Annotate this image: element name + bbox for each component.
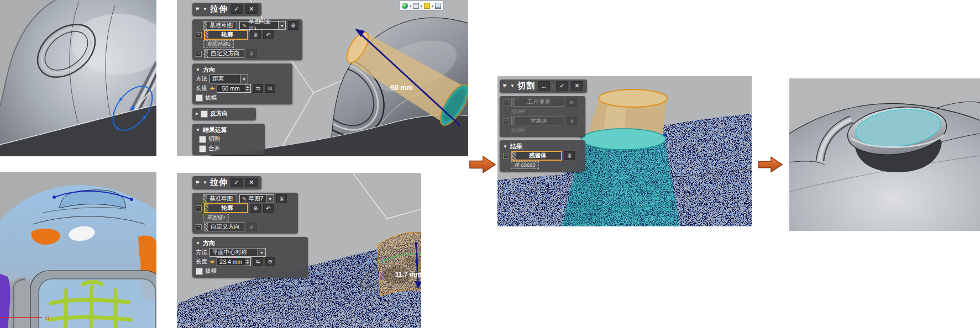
measure-icon[interactable]: ⇆	[253, 257, 263, 266]
expander-icon[interactable]: −	[196, 205, 202, 211]
method-value: 距离	[212, 75, 224, 83]
profile-item-chip[interactable]: 草图环路1	[203, 40, 234, 48]
selector-button[interactable]: ※	[564, 151, 575, 160]
expander-icon[interactable]: −	[196, 32, 202, 38]
residual-item-chip[interactable]: 体 69683	[511, 161, 539, 169]
confirm-button[interactable]: ✓	[230, 178, 243, 187]
selector-button[interactable]: ※	[276, 194, 287, 203]
collapse-icon[interactable]: ▼	[196, 241, 200, 246]
selector-button[interactable]: ※	[288, 21, 298, 30]
caret-icon[interactable]: ▾	[421, 4, 422, 8]
caret-icon[interactable]: ▾	[410, 4, 411, 8]
solid-model-scene[interactable]	[0, 0, 156, 156]
rotate-icon[interactable]: Θ	[265, 84, 275, 93]
base-sketch-button[interactable]: 基准草图	[203, 21, 237, 30]
separator: |	[552, 83, 554, 89]
cancel-button[interactable]: ✕	[245, 178, 258, 187]
selector-button: ※	[247, 49, 257, 58]
collapse-icon[interactable]: ▼	[503, 144, 507, 149]
measure-icon[interactable]: ⇆	[253, 84, 263, 93]
sketch-icon: ✎	[242, 196, 247, 202]
collapse-icon[interactable]: ▼	[196, 67, 200, 72]
pin-icon: ⚑	[195, 179, 201, 186]
custom-direction-button[interactable]: 自定义方向	[204, 223, 244, 231]
cancel-button[interactable]: ✕	[571, 81, 583, 91]
rotate-icon[interactable]: Θ	[265, 257, 275, 266]
expander-icon[interactable]: −	[196, 51, 202, 57]
length-label: 长度	[196, 84, 207, 92]
view-toolbar[interactable]: ▾ ▾ ▾	[399, 1, 444, 10]
panel-header[interactable]: ⚑ ▼ 拉伸 ✓ ✕	[192, 176, 261, 189]
cut-checkbox[interactable]	[199, 136, 206, 143]
selector-button: ※	[567, 98, 577, 107]
collapse-icon[interactable]: ▼	[203, 7, 207, 12]
dropdown-icon[interactable]: ▼	[266, 195, 274, 203]
expand-icon[interactable]: ▶	[196, 112, 198, 116]
collapse-icon[interactable]: ▼	[196, 128, 200, 133]
draft-checkbox[interactable]	[196, 268, 203, 275]
selector-button[interactable]: ※	[250, 204, 261, 213]
dropdown-icon[interactable]: ▼	[258, 248, 265, 256]
viewport-cut[interactable]: ⚑ ▼ 切割 ← | ✓ ✕ − 工具要素 ※ 拉伸4	[497, 76, 752, 226]
length-input[interactable]: 50 mm	[217, 84, 251, 93]
selector-button[interactable]: ※	[250, 30, 261, 39]
viewport-bottom-left[interactable]: U	[0, 172, 156, 328]
confirm-button[interactable]: ✓	[230, 4, 243, 14]
base-sketch-select[interactable]: ✎ 草图6(面片) ▼	[239, 21, 286, 30]
draft-label: 拔模	[205, 94, 217, 102]
length-label: 长度	[196, 258, 207, 266]
length-input[interactable]: 23.4 mm	[217, 257, 251, 266]
custom-direction-button[interactable]: 自定义方向	[204, 49, 244, 58]
cancel-button[interactable]: ✕	[245, 4, 258, 14]
residual-body-button[interactable]: 残留体	[511, 151, 562, 161]
panel-header[interactable]: ⚑ ▼ 切割 ← | ✓ ✕	[500, 80, 587, 93]
final-result-scene[interactable]	[789, 78, 980, 231]
view-display-icon[interactable]	[435, 3, 441, 9]
viewport-extrude-bottom[interactable]: 11.7 mm ⚑ ▼ 拉伸 ✓ ✕ 基准草图 ✎ 草图7 ▼ ※	[177, 173, 421, 328]
direction-section-title: 方向	[203, 239, 215, 247]
method-value: 平面中心对称	[212, 248, 247, 256]
spinner[interactable]	[245, 258, 250, 266]
profile-item-chip[interactable]: 草图链1	[203, 214, 229, 221]
view-orientation-globe-icon[interactable]	[402, 3, 408, 9]
dropdown-icon[interactable]: ▼	[278, 22, 285, 29]
workflow-arrow-icon	[469, 154, 496, 176]
collapse-icon[interactable]: ▼	[203, 180, 207, 185]
view-box-icon[interactable]	[413, 3, 419, 9]
expander-icon: −	[503, 99, 509, 105]
expander-icon[interactable]: −	[196, 224, 202, 230]
result-section-title: 结果运算	[203, 126, 227, 134]
caret-icon[interactable]: ▾	[432, 4, 433, 8]
base-sketch-select[interactable]: ✎ 草图7 ▼	[239, 194, 274, 203]
undo-button[interactable]: ↶	[263, 204, 274, 213]
reverse-checkbox[interactable]	[201, 110, 208, 118]
merge-checkbox[interactable]	[199, 145, 206, 152]
length-value[interactable]: 50 mm	[217, 84, 245, 92]
extrusion-length-annotation: 11.7 mm	[395, 271, 421, 278]
reverse-label: 反方向	[210, 110, 228, 118]
flip-direction-icon[interactable]: ◀▶	[209, 260, 214, 264]
profile-button[interactable]: 轮廓	[204, 30, 248, 40]
pin-icon: ⚑	[195, 6, 201, 13]
length-value[interactable]: 23.4 mm	[217, 258, 245, 266]
undo-button[interactable]: ↶	[263, 30, 274, 39]
base-sketch-button[interactable]: 基准草图	[203, 194, 237, 203]
dropdown-icon[interactable]: ▼	[240, 75, 248, 83]
method-select[interactable]: 距离 ▼	[209, 75, 248, 83]
draft-checkbox[interactable]	[196, 94, 203, 102]
axis-label: U	[45, 315, 50, 321]
confirm-button[interactable]: ✓	[556, 81, 568, 91]
back-button[interactable]: ←	[538, 81, 550, 91]
scan-mesh-scene[interactable]: U	[0, 172, 156, 328]
view-plane-icon[interactable]	[424, 3, 430, 9]
viewport-extrude-top[interactable]: -50 mm ▾ ▾ ▾ ⚑ ▼ 拉伸 ✓ ✕ 基准草图	[177, 0, 468, 156]
panel-header[interactable]: ⚑ ▼ 拉伸 ✓ ✕	[192, 3, 261, 16]
profile-button[interactable]: 轮廓	[204, 203, 248, 213]
flip-direction-icon[interactable]: ◀▶	[209, 86, 214, 91]
viewport-top-left[interactable]	[0, 0, 156, 156]
spinner[interactable]	[245, 84, 250, 92]
viewport-final-result[interactable]	[789, 78, 980, 231]
expander-icon[interactable]: −	[503, 153, 509, 159]
method-select[interactable]: 平面中心对称 ▼	[209, 248, 266, 257]
collapse-icon[interactable]: ▼	[510, 83, 515, 88]
